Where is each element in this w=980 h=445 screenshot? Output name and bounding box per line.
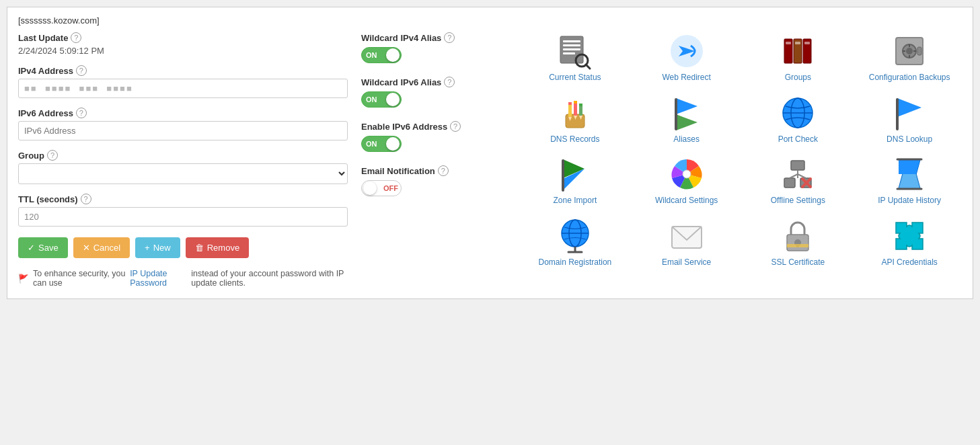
- zone-import-label: Zone Import: [554, 196, 597, 206]
- wildcard-ipv4-knob: [386, 48, 400, 62]
- ssl-certificate-icon: [779, 217, 817, 255]
- trash-icon: 🗑: [195, 243, 204, 253]
- ipv4-help-icon[interactable]: ?: [76, 65, 87, 76]
- svg-point-17: [906, 48, 913, 54]
- icon-item-zone-import[interactable]: Zone Import: [523, 155, 628, 206]
- svg-line-49: [790, 174, 798, 178]
- email-notif-toggle-text: OFF: [383, 184, 398, 192]
- api-credentials-icon: [891, 217, 928, 255]
- ip-update-history-label: IP Update History: [878, 196, 941, 206]
- ipv6-help-icon[interactable]: ?: [76, 108, 87, 118]
- button-row: ✓ Save ✕ Cancel + New 🗑 Remove: [18, 237, 348, 258]
- web-redirect-label: Web Redirect: [662, 73, 710, 83]
- last-update-label: Last Update ?: [18, 32, 348, 43]
- web-redirect-icon: [668, 32, 706, 70]
- save-button[interactable]: ✓ Save: [18, 237, 68, 258]
- domain-registration-label: Domain Registration: [539, 257, 612, 268]
- icon-item-ip-update-history[interactable]: IP Update History: [857, 155, 962, 206]
- new-button[interactable]: + New: [135, 237, 180, 258]
- wildcard-ipv4-help-icon[interactable]: ?: [444, 32, 455, 43]
- ttl-group: TTL (seconds) ?: [18, 194, 348, 227]
- icon-item-domain-registration[interactable]: Domain Registration: [523, 217, 628, 268]
- toggles-panel: Wildcard IPv4 Alias ? ON Wildcard IPv6 A…: [361, 32, 509, 288]
- svg-rect-32: [579, 104, 582, 106]
- ipv6-group: IPv6 Address ?: [18, 108, 348, 140]
- svg-rect-67: [787, 244, 808, 247]
- cancel-button[interactable]: ✕ Cancel: [73, 237, 130, 258]
- ipv4-input[interactable]: [18, 79, 348, 98]
- svg-rect-45: [791, 161, 804, 170]
- svg-rect-43: [562, 159, 564, 192]
- email-notif-group: Email Notification ? OFF: [361, 165, 509, 196]
- x-icon: ✕: [83, 243, 90, 253]
- email-notif-toggle[interactable]: OFF: [361, 180, 402, 196]
- ipv4-group: IPv4 Address ?: [18, 65, 348, 98]
- form-panel: Last Update ? 2/24/2024 5:09:12 PM IPv4 …: [18, 32, 348, 288]
- group-help-icon[interactable]: ?: [47, 150, 58, 161]
- enable-ipv6-toggle[interactable]: ON: [361, 136, 402, 152]
- wildcard-ipv6-toggle[interactable]: ON: [361, 91, 402, 108]
- ttl-help-icon[interactable]: ?: [81, 194, 91, 204]
- configuration-backups-label: Configuration Backups: [869, 73, 950, 83]
- wildcard-ipv6-knob: [386, 93, 400, 106]
- footer-note: 🚩 To enhance security, you can use IP Up…: [18, 269, 348, 288]
- svg-marker-34: [676, 114, 698, 130]
- groups-icon: [779, 32, 817, 70]
- email-notif-label: Email Notification ?: [361, 165, 509, 176]
- icon-item-dns-lookup[interactable]: DNS Lookup: [857, 94, 962, 145]
- domain-registration-icon: [556, 217, 594, 255]
- groups-label: Groups: [785, 73, 811, 83]
- icon-item-wildcard-settings[interactable]: Wildcard Settings: [634, 155, 739, 206]
- email-service-label: Email Service: [662, 257, 711, 268]
- svg-rect-1: [563, 40, 580, 42]
- email-notif-help-icon[interactable]: ?: [438, 165, 449, 176]
- enable-ipv6-help-icon[interactable]: ?: [450, 121, 461, 132]
- svg-rect-35: [675, 98, 677, 130]
- svg-marker-39: [897, 98, 921, 117]
- group-group: Group ?: [18, 150, 348, 184]
- svg-rect-22: [917, 47, 921, 55]
- current-status-icon: [556, 32, 594, 70]
- icon-item-ssl-certificate[interactable]: SSL Certificate: [746, 217, 851, 268]
- svg-point-44: [683, 170, 691, 178]
- aliases-icon: [668, 94, 706, 132]
- api-credentials-label: API Credentials: [881, 257, 937, 268]
- icon-item-offline-settings[interactable]: Offline Settings: [746, 155, 851, 206]
- svg-rect-14: [804, 42, 810, 44]
- icon-item-email-service[interactable]: Email Service: [634, 217, 739, 268]
- svg-marker-33: [676, 98, 698, 114]
- port-check-label: Port Check: [778, 134, 818, 145]
- last-update-help-icon[interactable]: ?: [71, 32, 81, 43]
- ttl-input[interactable]: [18, 207, 348, 227]
- svg-rect-13: [795, 42, 800, 44]
- icon-item-groups[interactable]: Groups: [746, 32, 851, 83]
- icon-item-aliases[interactable]: Aliases: [634, 94, 739, 145]
- svg-rect-12: [786, 42, 791, 44]
- icon-item-current-status[interactable]: Current Status: [523, 32, 628, 83]
- icon-item-web-redirect[interactable]: Web Redirect: [634, 32, 739, 83]
- icon-item-configuration-backups[interactable]: Configuration Backups: [857, 32, 962, 83]
- domain-title: [sssssss.kozow.com]: [18, 15, 962, 26]
- wildcard-ipv6-help-icon[interactable]: ?: [444, 77, 455, 87]
- enable-ipv6-label: Enable IPv6 Address ?: [361, 121, 509, 132]
- last-update-group: Last Update ? 2/24/2024 5:09:12 PM: [18, 32, 348, 56]
- icon-item-api-credentials[interactable]: API Credentials: [857, 217, 962, 268]
- email-notif-knob: [363, 181, 377, 195]
- ip-update-password-link[interactable]: IP Update Password: [130, 269, 187, 288]
- wildcard-ipv6-toggle-text: ON: [366, 95, 377, 104]
- group-select[interactable]: [18, 163, 348, 184]
- remove-button[interactable]: 🗑 Remove: [186, 237, 249, 258]
- svg-rect-4: [563, 52, 575, 54]
- port-check-icon: [779, 94, 817, 132]
- icon-item-port-check[interactable]: Port Check: [746, 94, 851, 145]
- wildcard-ipv4-label: Wildcard IPv4 Alias ?: [361, 32, 509, 43]
- enable-ipv6-group: Enable IPv6 Address ? ON: [361, 121, 509, 152]
- ttl-label: TTL (seconds) ?: [18, 194, 348, 204]
- dns-records-label: DNS Records: [550, 134, 599, 145]
- offline-settings-label: Offline Settings: [771, 196, 825, 206]
- icon-item-dns-records[interactable]: DNS Records: [523, 94, 628, 145]
- ip-update-history-icon: [891, 155, 928, 193]
- wildcard-ipv4-toggle[interactable]: ON: [361, 47, 402, 63]
- ipv6-input[interactable]: [18, 121, 348, 140]
- ipv6-label: IPv6 Address ?: [18, 108, 348, 118]
